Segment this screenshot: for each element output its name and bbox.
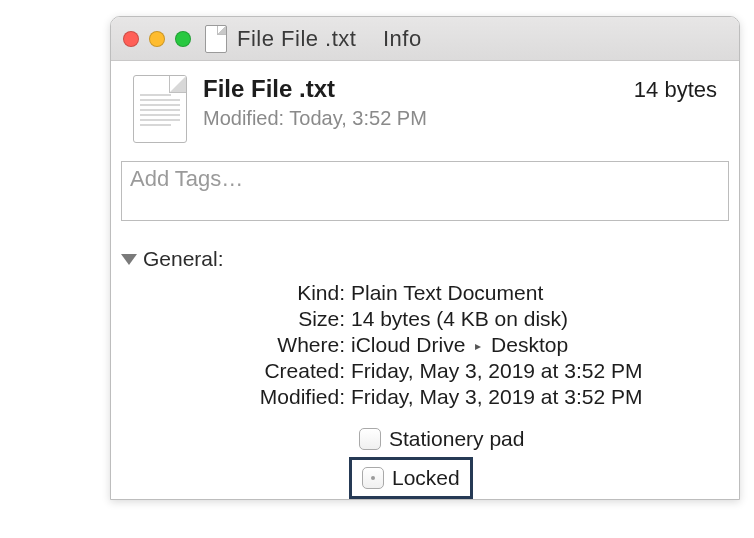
general-section-header[interactable]: General: bbox=[111, 237, 739, 279]
created-label: Created: bbox=[131, 359, 351, 383]
size-label: Size: bbox=[131, 307, 351, 331]
title-filename: File File .txt bbox=[237, 26, 356, 51]
locked-checkbox[interactable] bbox=[362, 467, 384, 489]
modified-summary-label: Modified: bbox=[203, 107, 284, 129]
titlebar-file-icon bbox=[205, 25, 227, 53]
get-info-window: File File .txt Info File File .txt 14 by… bbox=[110, 16, 740, 500]
file-summary: File File .txt 14 bytes Modified: Today,… bbox=[111, 61, 739, 153]
where-label: Where: bbox=[131, 333, 351, 357]
modified-summary: Modified: Today, 3:52 PM bbox=[203, 107, 717, 130]
stationery-pad-checkbox[interactable] bbox=[359, 428, 381, 450]
where-second: Desktop bbox=[491, 333, 568, 356]
file-name-base: File File bbox=[203, 75, 292, 102]
minimize-window-button[interactable] bbox=[149, 31, 165, 47]
kind-label: Kind: bbox=[131, 281, 351, 305]
stationery-pad-label: Stationery pad bbox=[389, 427, 524, 451]
modified-summary-value: Today, 3:52 PM bbox=[289, 107, 426, 129]
modified-value: Friday, May 3, 2019 at 3:52 PM bbox=[351, 385, 739, 409]
path-separator-icon: ▸ bbox=[475, 339, 481, 353]
zoom-window-button[interactable] bbox=[175, 31, 191, 47]
window-traffic-lights bbox=[123, 31, 191, 47]
where-first: iCloud Drive bbox=[351, 333, 465, 356]
stationery-pad-row: Stationery pad bbox=[359, 427, 739, 451]
file-icon bbox=[133, 75, 187, 143]
close-window-button[interactable] bbox=[123, 31, 139, 47]
titlebar[interactable]: File File .txt Info bbox=[111, 17, 739, 61]
kind-value: Plain Text Document bbox=[351, 281, 739, 305]
locked-label: Locked bbox=[392, 466, 460, 490]
locked-row-highlight: Locked bbox=[349, 457, 473, 499]
title-suffix: Info bbox=[383, 26, 422, 51]
file-name: File File .txt bbox=[203, 75, 335, 103]
general-section-body: Kind: Plain Text Document Size: 14 bytes… bbox=[111, 281, 739, 499]
file-size-summary: 14 bytes bbox=[634, 77, 717, 103]
where-value: iCloud Drive ▸ Desktop bbox=[351, 333, 739, 357]
tags-input[interactable] bbox=[121, 161, 729, 221]
created-value: Friday, May 3, 2019 at 3:52 PM bbox=[351, 359, 739, 383]
modified-label: Modified: bbox=[131, 385, 351, 409]
general-label: General: bbox=[143, 247, 224, 271]
disclosure-triangle-icon[interactable] bbox=[121, 254, 137, 265]
file-name-ext: .txt bbox=[299, 75, 335, 102]
window-title: File File .txt Info bbox=[237, 26, 422, 52]
size-value: 14 bytes (4 KB on disk) bbox=[351, 307, 739, 331]
